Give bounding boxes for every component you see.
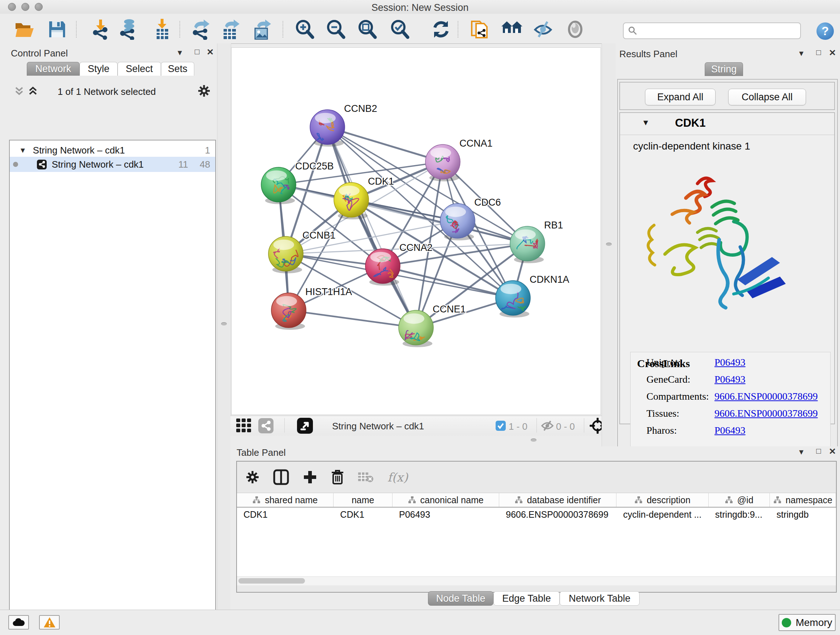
table-cell[interactable]: 9606.ENSP00000378699 <box>499 508 616 521</box>
left-splitter[interactable] <box>217 43 231 610</box>
zoom-selected-icon[interactable] <box>388 19 411 40</box>
control-panel-close-icon[interactable]: ✕ <box>205 48 216 57</box>
network-node-CDC6[interactable] <box>440 203 475 241</box>
control-panel-maximize-icon[interactable]: □ <box>192 47 202 57</box>
table-horizontal-scrollbar[interactable] <box>237 576 836 585</box>
tab-network-table[interactable]: Network Table <box>560 591 639 606</box>
table-cell[interactable]: P06493 <box>393 508 499 521</box>
zoom-fit-icon[interactable] <box>355 19 379 40</box>
clone-network-icon[interactable] <box>469 19 492 40</box>
network-options-gear-icon[interactable] <box>197 84 210 97</box>
column-header-database-identifier[interactable]: database identifier <box>499 493 616 507</box>
global-search-input[interactable] <box>623 22 801 39</box>
tab-string[interactable]: String <box>705 62 743 76</box>
home-pages-icon[interactable] <box>501 19 524 40</box>
tab-style[interactable]: Style <box>80 62 118 76</box>
crosslink-link[interactable]: P06493 <box>714 374 745 385</box>
table-cell[interactable]: cyclin-dependent ... <box>616 508 708 521</box>
column-header-canonical-name[interactable]: canonical name <box>393 493 499 507</box>
tab-sets[interactable]: Sets <box>161 62 194 76</box>
zoom-in-icon[interactable] <box>293 19 316 40</box>
table-cell[interactable]: CDK1 <box>333 508 393 521</box>
network-node-HIST1H1A[interactable] <box>271 293 306 330</box>
network-node-CDKN1A[interactable] <box>496 280 531 318</box>
selected-checkbox-icon[interactable] <box>496 421 506 431</box>
cloud-status-button[interactable] <box>8 615 29 630</box>
results-panel-maximize-icon[interactable]: □ <box>813 48 824 57</box>
zoom-out-icon[interactable] <box>324 19 347 40</box>
network-node-CCNE1[interactable] <box>399 310 433 347</box>
refresh-view-icon[interactable] <box>429 19 453 40</box>
network-edge[interactable] <box>327 127 416 328</box>
table-settings-gear-icon[interactable] <box>246 470 259 484</box>
network-edge[interactable] <box>327 127 443 162</box>
export-network-icon[interactable] <box>189 19 212 40</box>
left-splitter-handle[interactable] <box>221 322 227 325</box>
toolbar-separator <box>283 21 283 38</box>
crosslink-link[interactable]: 9606.ENSP00000378699 <box>714 391 818 402</box>
gene-section-header[interactable]: ▼ CDK1 <box>620 113 834 135</box>
gene-expander-icon[interactable]: ▼ <box>642 118 650 127</box>
preview-sphere-icon[interactable] <box>564 19 587 40</box>
hide-selected-eye-icon[interactable] <box>531 19 554 40</box>
import-network-database-icon[interactable] <box>117 19 140 40</box>
table-panel-maximize-icon[interactable]: □ <box>813 447 824 456</box>
network-share-icon[interactable] <box>258 418 273 433</box>
warning-status-button[interactable] <box>39 615 60 630</box>
save-session-icon[interactable] <box>46 19 69 40</box>
right-splitter-handle[interactable] <box>606 242 612 246</box>
table-panel-close-icon[interactable]: ✕ <box>827 447 838 456</box>
network-row[interactable]: String Network – cdk1 11 48 <box>10 157 215 172</box>
table-cell[interactable]: CDK1 <box>237 508 333 521</box>
network-node-RB1[interactable] <box>510 226 545 263</box>
crosslink-link[interactable]: P06493 <box>714 424 745 436</box>
birdseye-view-icon[interactable] <box>297 418 313 434</box>
network-node-CCNA2[interactable] <box>365 249 400 286</box>
network-graph[interactable]: CCNB2CCNA1CDC25BCDK1CDC6RB1CCNB1CCNA2CDK… <box>231 48 601 415</box>
horizontal-splitter-handle[interactable] <box>531 439 537 442</box>
results-panel-float-icon[interactable]: ▾ <box>796 49 807 58</box>
results-panel-close-icon[interactable]: ✕ <box>827 48 838 57</box>
column-header-@id[interactable]: @id <box>709 493 770 507</box>
table-row[interactable]: CDK1CDK1P064939606.ENSP00000378699cyclin… <box>237 508 836 521</box>
network-edge[interactable] <box>289 310 416 328</box>
add-column-icon[interactable] <box>303 470 317 485</box>
control-panel-float-icon[interactable]: ▾ <box>174 48 185 57</box>
collapse-all-button[interactable]: Collapse All <box>728 89 806 105</box>
scrollbar-thumb[interactable] <box>238 578 305 584</box>
tab-network[interactable]: Network <box>27 62 80 76</box>
tab-edge-table[interactable]: Edge Table <box>493 591 560 606</box>
collection-expander-icon[interactable]: ▼ <box>19 146 27 155</box>
table-cell[interactable]: stringdb:9... <box>709 508 770 521</box>
column-header-description[interactable]: description <box>616 493 708 507</box>
table-panel-float-icon[interactable]: ▾ <box>796 447 807 456</box>
network-node-CCNB1[interactable] <box>268 236 303 273</box>
open-session-icon[interactable] <box>13 19 36 40</box>
network-edge[interactable] <box>351 200 527 244</box>
export-image-icon[interactable] <box>251 19 274 40</box>
grid-view-icon[interactable] <box>236 418 252 433</box>
crosslink-link[interactable]: 9606.ENSP00000378699 <box>714 408 818 419</box>
column-header-name[interactable]: name <box>333 493 393 507</box>
table-cell[interactable]: stringdb <box>770 508 836 521</box>
network-node-CDC25B[interactable] <box>261 167 296 204</box>
horizontal-splitter[interactable] <box>231 435 602 447</box>
import-table-file-icon[interactable] <box>150 19 174 40</box>
help-button[interactable]: ? <box>816 22 834 40</box>
export-table-icon[interactable] <box>219 19 242 40</box>
column-header-namespace[interactable]: namespace <box>770 493 836 507</box>
expand-all-button[interactable]: Expand All <box>645 89 715 105</box>
crosslink-link[interactable]: P06493 <box>714 356 745 368</box>
show-columns-icon[interactable] <box>273 469 289 485</box>
network-node-CDK1[interactable] <box>334 182 369 219</box>
column-header-label: name <box>352 495 374 505</box>
right-splitter[interactable] <box>602 43 616 447</box>
tab-node-table[interactable]: Node Table <box>428 591 493 606</box>
tab-select[interactable]: Select <box>118 62 161 76</box>
delete-column-icon[interactable] <box>331 470 344 485</box>
network-node-CCNA1[interactable] <box>425 144 460 181</box>
memory-button[interactable]: Memory <box>778 614 836 631</box>
import-network-file-icon[interactable] <box>89 19 112 40</box>
column-header-shared-name[interactable]: shared name <box>237 493 333 507</box>
network-collection-row[interactable]: ▼ String Network – cdk1 1 <box>10 144 215 157</box>
